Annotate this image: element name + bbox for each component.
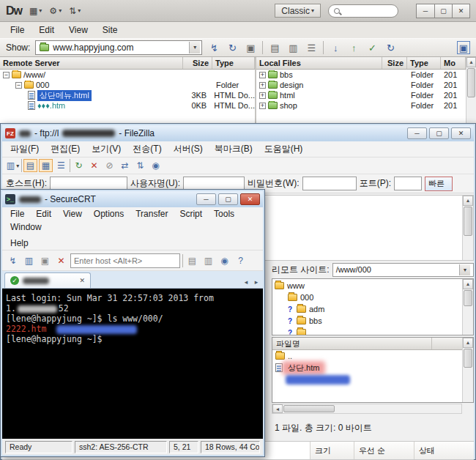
connect-icon[interactable]: ↯ bbox=[207, 41, 220, 54]
menu-edit[interactable]: Edit bbox=[30, 207, 57, 220]
site-files-view-icon[interactable]: ▤ bbox=[268, 41, 281, 54]
find-icon[interactable]: ◉ bbox=[149, 159, 163, 172]
fz-titlebar[interactable]: FZ - ftp://l - FileZilla ─ ▢ ✕ bbox=[2, 125, 474, 141]
queue-col-status[interactable]: 상태 bbox=[414, 442, 474, 459]
tree-item-adm[interactable]: ? adm bbox=[275, 303, 473, 315]
quick-connect-icon[interactable]: ▥ bbox=[22, 254, 36, 267]
menu-transfer[interactable]: 전송(T) bbox=[127, 141, 167, 157]
put-files-icon[interactable]: ↑ bbox=[347, 41, 360, 54]
menu-window[interactable]: Window bbox=[4, 220, 48, 234]
help-icon[interactable]: ? bbox=[234, 254, 248, 267]
cancel-icon[interactable]: ✕ bbox=[87, 159, 101, 172]
gear-icon[interactable]: ⚙▾ bbox=[49, 6, 62, 16]
site-sync-icon[interactable]: ⇅▾ bbox=[69, 6, 81, 16]
local-modified-col[interactable]: Mo bbox=[441, 57, 466, 69]
expand-panel-icon[interactable]: ▣ bbox=[457, 41, 470, 54]
scroll-thumb[interactable] bbox=[283, 405, 335, 412]
find-icon[interactable]: ◉ bbox=[217, 254, 231, 267]
site-dropdown[interactable]: www.happyjung.com ▾ bbox=[35, 40, 202, 55]
collapse-icon[interactable]: − bbox=[15, 82, 22, 89]
close-button[interactable]: ✕ bbox=[451, 127, 471, 139]
local-row-design[interactable]: + design Folder 201 bbox=[256, 80, 466, 90]
menu-options[interactable]: Options bbox=[88, 207, 130, 220]
local-title[interactable]: Local Files bbox=[256, 57, 382, 69]
scroll-up-icon[interactable]: ▴ bbox=[466, 57, 476, 67]
file-row-parent[interactable]: .. bbox=[272, 350, 473, 362]
menu-transfer[interactable]: Transfer bbox=[130, 207, 174, 220]
scroll-thumb[interactable] bbox=[464, 207, 472, 236]
expand-icon[interactable]: + bbox=[259, 103, 266, 109]
tree-item-bbs[interactable]: ? bbs bbox=[275, 315, 473, 327]
tab-scroll-right-icon[interactable]: ▸ bbox=[252, 278, 261, 286]
repository-view-icon[interactable]: ☰ bbox=[305, 41, 318, 54]
local-size-col[interactable]: Size bbox=[382, 57, 407, 69]
remote-row-www[interactable]: − /www/ bbox=[0, 70, 255, 80]
check-out-icon[interactable]: ✓ bbox=[365, 41, 379, 54]
remote-type-col[interactable]: Type bbox=[212, 57, 255, 69]
menu-site[interactable]: Site bbox=[95, 25, 125, 35]
scroll-left-icon[interactable]: ◂ bbox=[272, 404, 283, 413]
menu-file[interactable]: File bbox=[3, 25, 31, 35]
menu-server[interactable]: 서버(S) bbox=[168, 141, 209, 157]
view-box-icon[interactable]: ▣ bbox=[244, 41, 257, 54]
menu-help[interactable]: Help bbox=[4, 237, 34, 250]
toggle-queue-view-icon[interactable]: ☰ bbox=[54, 159, 68, 172]
file-row-selected-redacted[interactable] bbox=[272, 374, 473, 385]
session-tab[interactable]: ✓ ✕ bbox=[4, 272, 91, 288]
menu-view[interactable]: View bbox=[62, 25, 95, 35]
minimize-button[interactable]: ─ bbox=[407, 127, 427, 139]
expand-icon[interactable]: + bbox=[259, 72, 266, 78]
layout-icon[interactable]: ▦▾ bbox=[29, 6, 42, 16]
file-row-sangdan[interactable]: 상단.htm bbox=[272, 362, 473, 374]
tab-close-icon[interactable]: ✕ bbox=[79, 277, 85, 284]
tree-scrollbar[interactable]: ▴ bbox=[462, 279, 473, 335]
disconnect-icon[interactable]: ⊘ bbox=[103, 159, 116, 172]
remote-row-file-2[interactable]: ♦♦♦.htm 0KB HTML Do... bbox=[0, 100, 255, 111]
minimize-button[interactable]: ─ bbox=[417, 4, 434, 18]
local-row-bbs[interactable]: + bbs Folder 201 bbox=[256, 70, 466, 80]
close-button[interactable]: ✕ bbox=[452, 4, 469, 18]
menu-edit[interactable]: 편집(E) bbox=[45, 141, 86, 157]
menu-tools[interactable]: Tools bbox=[208, 207, 240, 220]
copy-icon[interactable]: ▤ bbox=[185, 254, 199, 267]
expand-icon[interactable]: + bbox=[259, 82, 266, 89]
filename-column[interactable]: 파일명 bbox=[272, 338, 432, 349]
scroll-thumb[interactable] bbox=[464, 349, 472, 368]
enter-host-input[interactable] bbox=[70, 253, 180, 268]
remote-title[interactable]: Remote Server bbox=[0, 57, 183, 69]
remote-size-col[interactable]: Size bbox=[183, 57, 212, 69]
password-input[interactable] bbox=[302, 177, 357, 190]
terminal[interactable]: Last login: Sun Mar 31 22:57:03 2013 fro… bbox=[2, 289, 263, 439]
maximize-button[interactable]: ▢ bbox=[434, 4, 452, 18]
tab-scroll-left-icon[interactable]: ◂ bbox=[242, 278, 250, 286]
dropdown-arrow-icon[interactable]: ▾ bbox=[459, 264, 470, 275]
menu-view[interactable]: View bbox=[57, 207, 88, 220]
refresh-icon[interactable]: ↻ bbox=[72, 159, 86, 172]
quickconnect-button[interactable]: 빠른 bbox=[425, 177, 453, 191]
scroll-up-icon[interactable]: ▴ bbox=[463, 279, 473, 289]
get-files-icon[interactable]: ↓ bbox=[329, 41, 342, 54]
disconnect-icon[interactable]: ✕ bbox=[54, 254, 68, 267]
tree-item-000[interactable]: 000 bbox=[275, 292, 473, 303]
scroll-up-icon[interactable]: ▴ bbox=[463, 196, 473, 206]
port-input[interactable] bbox=[394, 177, 422, 190]
remote-row-000[interactable]: − 000 Folder bbox=[0, 80, 255, 90]
maximize-button[interactable]: ▢ bbox=[218, 193, 238, 205]
menu-edit[interactable]: Edit bbox=[31, 25, 62, 35]
menu-script[interactable]: Script bbox=[174, 207, 208, 220]
menu-help[interactable]: 도움말(H) bbox=[259, 141, 309, 157]
synchronize-icon[interactable]: ↻ bbox=[384, 41, 397, 54]
compare-icon[interactable]: ⇄ bbox=[118, 159, 132, 172]
remote-site-combo[interactable]: /www/000 ▾ bbox=[332, 263, 474, 277]
local-type-col[interactable]: Type bbox=[407, 57, 441, 69]
scroll-thumb[interactable] bbox=[464, 290, 472, 306]
sync-browse-icon[interactable]: ⇅ bbox=[133, 159, 147, 172]
tree-item-partial[interactable]: ? bbox=[275, 327, 473, 335]
paste-icon[interactable]: ▥ bbox=[201, 254, 215, 267]
horizontal-scrollbar[interactable]: ◂ bbox=[272, 404, 462, 414]
site-manager-icon[interactable]: ▥▾ bbox=[6, 159, 20, 172]
queue-col-size[interactable]: 크기 bbox=[310, 442, 354, 459]
maximize-button[interactable]: ▢ bbox=[429, 127, 449, 139]
connect-icon[interactable]: ↯ bbox=[6, 254, 20, 267]
close-button[interactable]: ✕ bbox=[240, 193, 260, 205]
